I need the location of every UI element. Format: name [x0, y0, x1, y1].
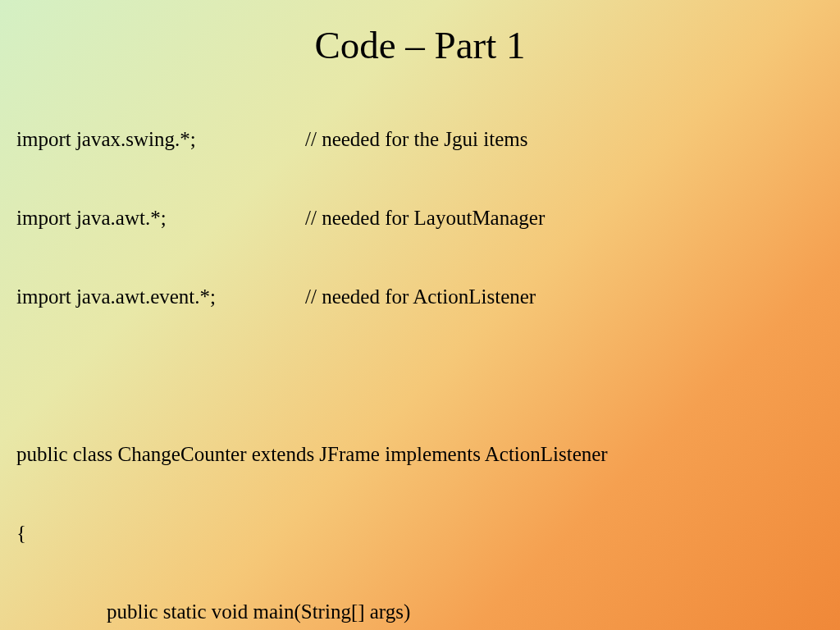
import-comment-1: // needed for the Jgui items — [305, 126, 527, 153]
import-stmt-2: import java.awt.*; — [16, 205, 305, 231]
slide-title: Code – Part 1 — [0, 0, 840, 74]
code-block: import javax.swing.*;// needed for the J… — [0, 74, 840, 630]
main-signature: public static void main(String[] args) — [16, 599, 824, 625]
blank-line — [16, 363, 824, 389]
import-line-3: import java.awt.event.*;// needed for Ac… — [16, 284, 824, 310]
import-line-1: import javax.swing.*;// needed for the J… — [16, 126, 824, 153]
import-comment-2: // needed for LayoutManager — [305, 205, 545, 231]
import-line-2: import java.awt.*;// needed for LayoutMa… — [16, 205, 824, 231]
import-stmt-1: import javax.swing.*; — [16, 126, 305, 153]
open-brace: { — [16, 520, 824, 546]
class-declaration: public class ChangeCounter extends JFram… — [16, 441, 824, 468]
import-comment-3: // needed for ActionListener — [305, 284, 536, 310]
slide-container: Code – Part 1 import javax.swing.*;// ne… — [0, 0, 840, 630]
import-stmt-3: import java.awt.event.*; — [16, 284, 305, 310]
